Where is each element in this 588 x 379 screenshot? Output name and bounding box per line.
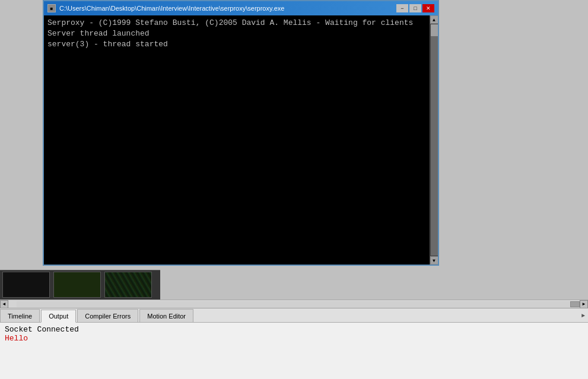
cmd-body: Serproxy - (C)1999 Stefano Busti, (C)200… (44, 15, 438, 265)
scroll-up-arrow[interactable]: ▲ (430, 15, 438, 24)
h-scroll-track[interactable] (17, 301, 571, 307)
cmd-window: ■ C:\Users\Chiman\Desktop\Chiman\Intervi… (43, 0, 439, 266)
close-button[interactable]: ✕ (422, 4, 434, 12)
scroll-right-arrow[interactable]: ► (580, 300, 588, 308)
cmd-window-title: C:\Users\Chiman\Desktop\Chiman\Interview… (59, 5, 396, 12)
cmd-window-icon: ■ (47, 4, 56, 12)
terminal-line-2: Server thread launched (47, 28, 426, 39)
h-scroll-thumb[interactable] (570, 301, 580, 307)
output-line-1: Socket Connected (5, 325, 583, 334)
scrollbar-track[interactable] (431, 24, 438, 256)
thumbnail-1 (2, 272, 50, 298)
maximize-button[interactable]: □ (409, 4, 421, 12)
terminal-line-1: Serproxy - (C)1999 Stefano Busti, (C)200… (47, 18, 426, 28)
output-panel: Socket Connected Hello (0, 323, 588, 379)
thumbnail-2 (53, 272, 101, 298)
tab-compiler-errors[interactable]: Compiler Errors (77, 309, 138, 322)
tab-motion-editor[interactable]: Motion Editor (139, 309, 193, 322)
scroll-down-arrow[interactable]: ▼ (430, 256, 438, 265)
cmd-titlebar: ■ C:\Users\Chiman\Desktop\Chiman\Intervi… (44, 1, 438, 15)
window-controls: − □ ✕ (396, 4, 434, 12)
thumbnail-strip (0, 270, 160, 300)
scrollbar-thumb[interactable] (431, 24, 438, 36)
tab-timeline[interactable]: Timeline (0, 309, 40, 322)
horizontal-scrollbar[interactable]: ◄ ► (0, 300, 588, 308)
minimize-button[interactable]: − (396, 4, 408, 12)
terminal-scrollbar[interactable]: ▲ ▼ (430, 15, 438, 265)
thumbnail-3 (104, 272, 152, 298)
output-line-2: Hello (5, 334, 583, 343)
tabs-bar: Timeline Output Compiler Errors Motion E… (0, 308, 588, 323)
terminal-output: Serproxy - (C)1999 Stefano Busti, (C)200… (44, 15, 430, 265)
terminal-line-3: server(3) - thread started (47, 39, 426, 50)
bottom-panel: Timeline Output Compiler Errors Motion E… (0, 308, 588, 379)
scroll-left-arrow[interactable]: ◄ (0, 300, 8, 308)
tab-output[interactable]: Output (41, 310, 76, 323)
tabs-right-button[interactable]: ► (579, 309, 588, 322)
